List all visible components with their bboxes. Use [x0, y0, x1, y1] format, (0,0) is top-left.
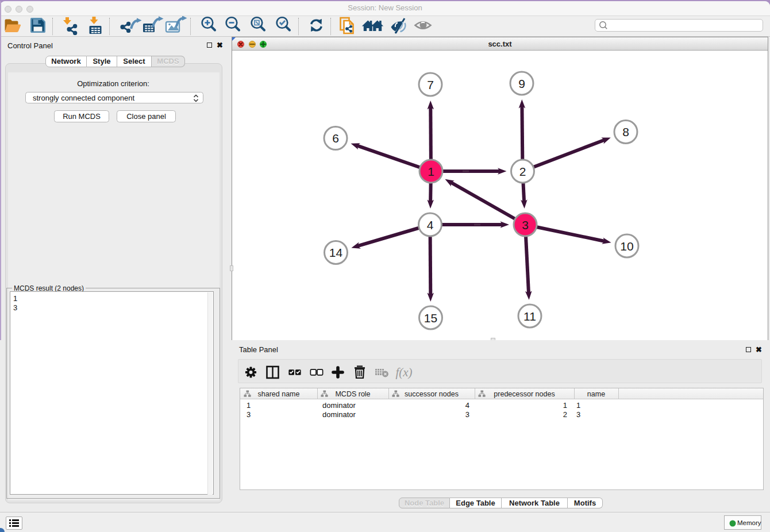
svg-text:2: 2: [519, 165, 526, 178]
svg-text:14: 14: [329, 246, 343, 259]
svg-text:6: 6: [332, 132, 339, 145]
svg-text:f(x): f(x): [395, 365, 412, 379]
svg-text:4: 4: [427, 218, 434, 232]
svg-text:15: 15: [424, 311, 437, 325]
svg-text:11: 11: [523, 310, 536, 323]
svg-text:1: 1: [428, 165, 434, 178]
svg-text:8: 8: [622, 125, 629, 138]
svg-text:10: 10: [620, 240, 633, 253]
svg-text:3: 3: [522, 218, 529, 232]
svg-text:9: 9: [518, 77, 525, 90]
svg-text:7: 7: [427, 78, 434, 91]
